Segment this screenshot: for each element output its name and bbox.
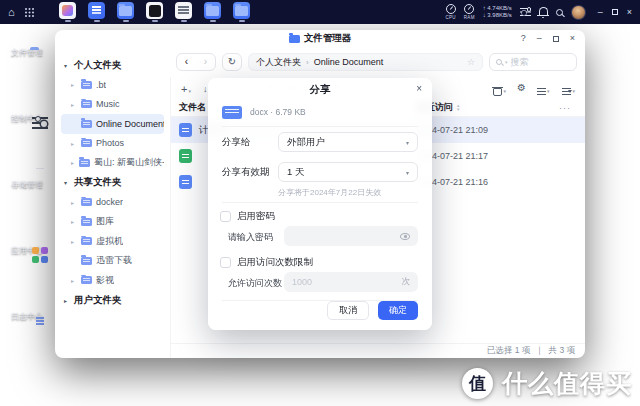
taskbar-minimize-button[interactable]: – xyxy=(598,8,603,17)
enable-limit-checkbox[interactable] xyxy=(220,257,231,268)
window-titlebar[interactable]: 文件管理器 ? – × xyxy=(55,30,585,47)
sidebar-item-label: 迅雷下载 xyxy=(96,254,132,267)
sidebar-item-vm[interactable]: ▸ 虚拟机 xyxy=(61,232,164,252)
cancel-button[interactable]: 取消 xyxy=(327,301,369,320)
sidebar-item-online-document[interactable]: Online Document xyxy=(61,114,164,134)
desktop-icon-label: 应用中心 xyxy=(8,245,46,256)
new-item-button[interactable]: +▾ xyxy=(179,80,195,96)
sidebar-item-movies[interactable]: ▸ 影视 xyxy=(61,271,164,291)
eye-icon[interactable] xyxy=(400,233,410,240)
cpu-monitor[interactable]: CPU xyxy=(445,4,455,20)
column-header-recent[interactable]: 最近访问 ▲▼ xyxy=(417,101,559,114)
sort-button[interactable]: ▾ xyxy=(560,80,577,96)
ram-gauge-icon xyxy=(464,4,474,14)
chevron-right-icon: ▸ xyxy=(71,101,77,108)
notifications-bell-icon[interactable] xyxy=(539,7,548,15)
files-app-icon xyxy=(117,2,134,19)
sidebar-item-thunder-download[interactable]: 迅雷下载 xyxy=(61,251,164,271)
minimize-button[interactable]: – xyxy=(537,34,542,43)
taskbar-close-button[interactable]: × xyxy=(627,8,632,17)
enable-password-row[interactable]: 启用密码 xyxy=(220,210,275,223)
maximize-button[interactable] xyxy=(553,36,559,42)
view-mode-button[interactable]: ▾ xyxy=(535,80,552,96)
desktop-icon-label: 存储管理 xyxy=(8,179,46,190)
selected-count: 已选择 1 项 xyxy=(487,345,530,357)
recycle-bin-button[interactable]: ▾ xyxy=(491,80,508,96)
column-options-button[interactable]: ··· xyxy=(559,103,585,113)
password-input[interactable] xyxy=(292,231,400,241)
sidebar-item-gallery[interactable]: ▸ 图库 xyxy=(61,212,164,232)
sidebar-item-music[interactable]: ▸ Music xyxy=(61,95,164,115)
folder-app-icon xyxy=(204,2,221,19)
sidebar-item-label: Photos xyxy=(96,138,124,148)
smzdm-badge-icon: 值 xyxy=(462,368,493,399)
limit-input[interactable] xyxy=(292,277,398,287)
sidebar-item-docker[interactable]: ▸ docker xyxy=(61,193,164,213)
sidebar-item-shushan[interactable]: ▸ 蜀山: 新蜀山剑侠-1983_国 xyxy=(61,153,164,173)
taskbar-app-folder2[interactable] xyxy=(203,2,223,22)
sidebar-item-label: 图库 xyxy=(96,215,114,228)
chevron-right-icon: ▸ xyxy=(71,238,77,245)
sidebar-section-shared[interactable]: ▾ 共享文件夹 xyxy=(55,173,170,193)
file-recent-time: 2024-07-21 21:16 xyxy=(417,177,559,187)
home-icon[interactable]: ⌂ xyxy=(8,7,15,18)
search-input[interactable] xyxy=(511,57,570,67)
validity-select[interactable]: 1 天 ▾ xyxy=(278,162,418,182)
breadcrumb[interactable]: 个人文件夹 › Online Document ☆ xyxy=(248,53,483,71)
enable-limit-row[interactable]: 启用访问次数限制 xyxy=(220,256,313,269)
close-button[interactable]: × xyxy=(570,34,575,43)
sort-arrows-icon: ▲▼ xyxy=(456,104,460,111)
password-field[interactable] xyxy=(284,226,418,246)
global-search-icon[interactable] xyxy=(556,9,563,16)
back-button[interactable]: ‹ xyxy=(177,54,196,70)
task-list-icon[interactable] xyxy=(520,8,531,17)
shared-file-info: docx · 6.79 KB xyxy=(222,104,418,120)
app-launcher-icon[interactable] xyxy=(25,8,34,17)
sidebar-item-photos[interactable]: ▸ Photos xyxy=(61,134,164,154)
enable-password-checkbox[interactable] xyxy=(220,211,231,222)
taskbar-app-notes[interactable] xyxy=(87,2,107,22)
sidebar-item-bt[interactable]: ▸ .bt xyxy=(61,75,164,95)
file-recent-time: 2024-07-21 21:17 xyxy=(417,151,559,161)
ram-monitor[interactable]: RAM xyxy=(464,4,475,20)
caret-icon: ▾ xyxy=(572,86,575,96)
desktop-icon-app-center[interactable]: 应用中心 xyxy=(8,242,46,256)
desktop-icon-log-center[interactable]: 日志中心 xyxy=(8,308,46,322)
desktop-icon-file-manager[interactable]: 文件管理 xyxy=(8,44,46,58)
confirm-button[interactable]: 确定 xyxy=(378,301,418,320)
limit-field[interactable]: 次 xyxy=(284,272,418,292)
user-avatar[interactable] xyxy=(571,5,586,20)
help-button[interactable]: ? xyxy=(521,34,526,43)
forward-button[interactable]: › xyxy=(196,54,215,70)
enable-limit-label: 启用访问次数限制 xyxy=(237,256,313,269)
folder-icon xyxy=(81,218,92,226)
taskbar-maximize-button[interactable] xyxy=(612,9,618,15)
desktop-icon-control-center[interactable]: 控制中心 xyxy=(8,110,46,124)
taskbar-app-folder3[interactable] xyxy=(232,2,252,22)
net-down-speed: ↓ 3.98KB/s xyxy=(483,12,512,20)
history-nav: ‹ › xyxy=(176,53,216,71)
favorite-star-icon[interactable]: ☆ xyxy=(467,57,475,67)
cpu-gauge-icon xyxy=(446,4,456,14)
chevron-right-icon: ▸ xyxy=(71,81,77,88)
dialog-close-icon[interactable]: × xyxy=(416,84,422,94)
taskbar-app-files[interactable] xyxy=(116,2,136,22)
folder-app-icon xyxy=(233,2,250,19)
sidebar-section-users[interactable]: ▸ 用户文件夹 xyxy=(55,290,170,310)
caret-icon: ▾ xyxy=(188,86,191,96)
refresh-button[interactable]: ↻ xyxy=(222,53,242,71)
taskbar-app-store[interactable] xyxy=(58,2,78,22)
status-bar: 已选择 1 项 ｜ 共 3 项 xyxy=(171,343,585,358)
taskbar-app-dashboard[interactable] xyxy=(174,2,194,22)
chevron-down-icon: ▾ xyxy=(406,139,409,146)
breadcrumb-root[interactable]: 个人文件夹 xyxy=(256,56,301,69)
sidebar-section-personal[interactable]: ▾ 个人文件夹 xyxy=(55,55,170,75)
share-to-label: 分享给 xyxy=(222,136,278,149)
docx-file-icon xyxy=(179,123,192,137)
desktop-icon-storage-manager[interactable]: 存储管理 xyxy=(8,176,46,190)
settings-gear-icon[interactable]: ⚙ xyxy=(517,83,526,93)
search-box[interactable]: ▾ xyxy=(489,53,577,71)
share-to-select[interactable]: 外部用户 ▾ xyxy=(278,132,418,152)
desktop-icon-label: 文件管理 xyxy=(8,47,46,58)
taskbar-app-terminal[interactable] xyxy=(145,2,165,22)
